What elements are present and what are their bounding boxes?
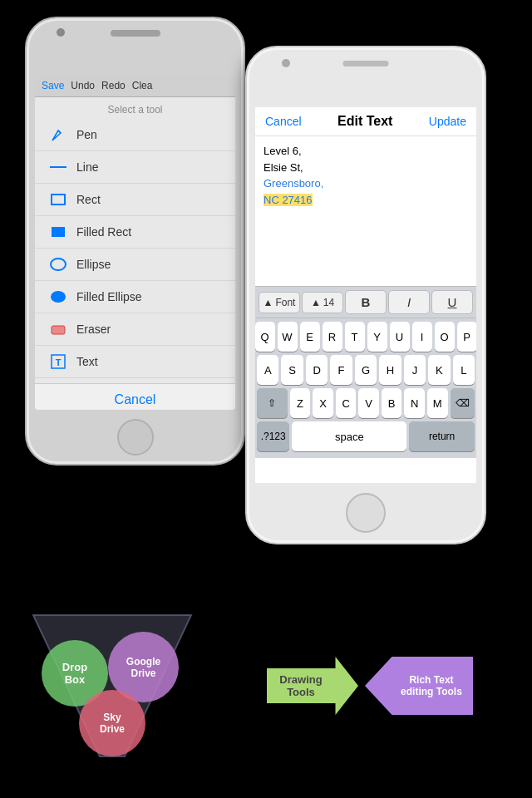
- space-key[interactable]: space: [292, 421, 406, 451]
- tool-ellipse[interactable]: Ellipse: [35, 249, 235, 281]
- clear-button[interactable]: Clea: [132, 80, 153, 91]
- left-phone: Save Undo Redo Clea Select a tool Pen Li…: [25, 17, 245, 466]
- key-f[interactable]: F: [330, 355, 352, 385]
- underline-icon: U: [448, 295, 457, 309]
- tool-eraser[interactable]: Eraser: [35, 313, 235, 346]
- bold-icon: B: [362, 295, 371, 309]
- key-h[interactable]: H: [379, 355, 401, 385]
- key-g[interactable]: G: [355, 355, 377, 385]
- arrow-richtext-tools: Rich Text editing Tools: [365, 657, 473, 715]
- svg-point-5: [51, 291, 66, 303]
- font-size-button[interactable]: ▲ 14: [302, 292, 343, 313]
- right-phone-camera: [282, 59, 290, 67]
- font-button[interactable]: ▲ Font: [259, 292, 300, 313]
- left-phone-screen: Save Undo Redo Clea Select a tool Pen Li…: [35, 75, 235, 410]
- keyboard-row2: A S D F G H J K L: [257, 355, 475, 385]
- tool-pen-label: Pen: [76, 128, 97, 141]
- undo-button[interactable]: Undo: [71, 80, 95, 91]
- tool-rect[interactable]: Rect: [35, 184, 235, 216]
- key-x[interactable]: X: [313, 388, 333, 418]
- backspace-key[interactable]: ⌫: [451, 388, 475, 418]
- text-line4: NC 27416: [264, 192, 468, 209]
- left-phone-speaker: [111, 30, 160, 37]
- save-button[interactable]: Save: [42, 80, 64, 91]
- keyboard-row1: Q W E R T Y U I O P: [257, 322, 475, 352]
- filled-ellipse-icon: [48, 287, 68, 307]
- text-line4-highlighted: NC 27416: [264, 194, 313, 206]
- numbers-key[interactable]: .?123: [257, 421, 289, 451]
- tool-line[interactable]: Line: [35, 151, 235, 184]
- tool-filled-rect[interactable]: Filled Rect: [35, 216, 235, 249]
- key-a[interactable]: A: [257, 355, 278, 385]
- font-size-value: 14: [323, 297, 334, 308]
- key-o[interactable]: O: [435, 322, 455, 352]
- tool-text[interactable]: T Text: [35, 346, 235, 378]
- shift-key[interactable]: ⇧: [257, 388, 288, 418]
- key-c[interactable]: C: [336, 388, 357, 418]
- tool-line-label: Line: [76, 160, 98, 174]
- key-k[interactable]: K: [428, 355, 450, 385]
- tool-eraser-label: Eraser: [76, 323, 111, 336]
- keyboard: Q W E R T Y U I O P A S D F G H J K L: [255, 318, 476, 458]
- key-w[interactable]: W: [278, 322, 298, 352]
- italic-icon: I: [407, 295, 411, 309]
- cancel-link[interactable]: Cancel: [265, 115, 302, 128]
- key-m[interactable]: M: [427, 388, 448, 418]
- eraser-icon: [48, 319, 68, 339]
- drawing-tools-label: Drawing Tools: [279, 673, 328, 698]
- text-line3: Greensboro,: [264, 175, 468, 192]
- key-e[interactable]: E: [300, 322, 320, 352]
- right-phone-home[interactable]: [346, 493, 386, 533]
- line-icon: [48, 157, 68, 177]
- key-y[interactable]: Y: [367, 322, 387, 352]
- key-r[interactable]: R: [323, 322, 342, 352]
- edit-text-title: Edit Text: [337, 114, 392, 129]
- cancel-button-left[interactable]: Cancel: [35, 383, 235, 410]
- update-link[interactable]: Update: [429, 115, 466, 128]
- arrow-drawing-tools: Drawing Tools: [267, 657, 358, 715]
- key-i[interactable]: I: [412, 322, 432, 352]
- underline-button[interactable]: U: [431, 290, 473, 314]
- tool-filled-ellipse-label: Filled Ellipse: [76, 290, 142, 303]
- right-phone-screen: Cancel Edit Text Update Level 6, Elsie S…: [255, 107, 476, 483]
- svg-text:T: T: [56, 357, 62, 367]
- keyboard-row3: ⇧ Z X C V B N M ⌫: [257, 388, 475, 418]
- text-content-area[interactable]: Level 6, Elsie St, Greensboro, NC 27416: [255, 136, 476, 286]
- key-n[interactable]: N: [404, 388, 425, 418]
- text-tool-icon: T: [48, 352, 68, 372]
- left-toolbar: Save Undo Redo Clea: [35, 75, 235, 97]
- keyboard-row-bottom: .?123 space return: [257, 421, 475, 451]
- key-p[interactable]: P: [457, 322, 477, 352]
- select-tool-label: Select a tool: [35, 97, 235, 119]
- key-z[interactable]: Z: [290, 388, 311, 418]
- text-line1: Level 6,: [264, 143, 468, 160]
- svg-line-0: [58, 131, 61, 133]
- redo-button[interactable]: Redo: [101, 80, 126, 91]
- italic-button[interactable]: I: [388, 290, 430, 314]
- size-arrow-icon: ▲: [311, 297, 321, 308]
- key-v[interactable]: V: [358, 388, 379, 418]
- font-label: Font: [275, 297, 295, 308]
- key-b[interactable]: B: [382, 388, 402, 418]
- filled-rect-icon: [48, 222, 68, 242]
- svg-rect-6: [52, 326, 65, 334]
- key-s[interactable]: S: [281, 355, 303, 385]
- key-t[interactable]: T: [345, 322, 365, 352]
- key-q[interactable]: Q: [255, 322, 275, 352]
- left-phone-home[interactable]: [117, 419, 154, 456]
- tool-filled-rect-label: Filled Rect: [76, 225, 131, 239]
- return-key[interactable]: return: [409, 421, 475, 451]
- tool-filled-ellipse[interactable]: Filled Ellipse: [35, 281, 235, 313]
- key-j[interactable]: J: [404, 355, 426, 385]
- key-u[interactable]: U: [390, 322, 410, 352]
- right-navbar: Cancel Edit Text Update: [255, 107, 476, 136]
- ellipse-icon: [48, 254, 68, 274]
- tool-rect-label: Rect: [76, 193, 101, 206]
- key-l[interactable]: L: [453, 355, 475, 385]
- svg-rect-2: [52, 195, 65, 204]
- text-line2: Elsie St,: [264, 160, 468, 176]
- bold-button[interactable]: B: [345, 290, 387, 314]
- key-d[interactable]: D: [306, 355, 328, 385]
- tool-text-label: Text: [76, 355, 98, 368]
- tool-pen[interactable]: Pen: [35, 119, 235, 151]
